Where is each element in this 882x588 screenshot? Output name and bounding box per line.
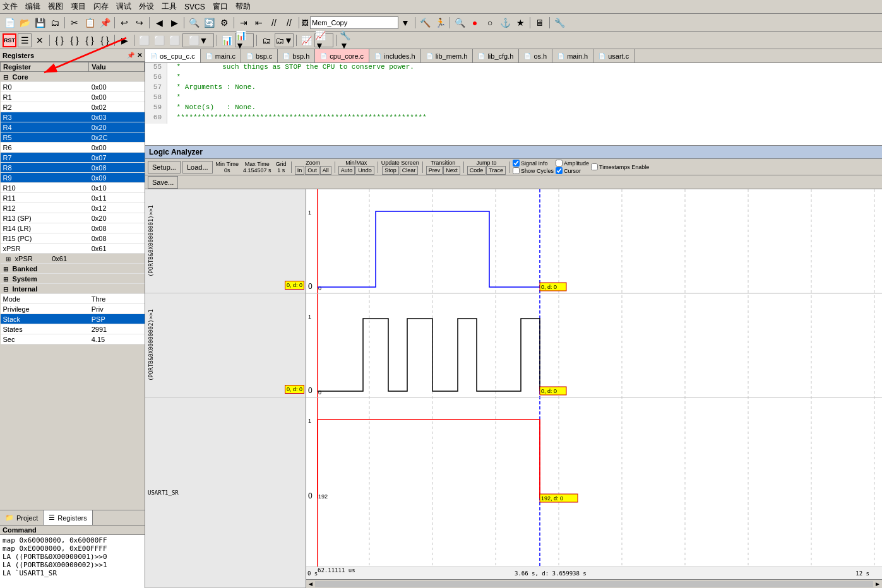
view-dropdown1[interactable]: 📊▼	[235, 33, 254, 47]
signal-info-checkbox[interactable]	[513, 160, 520, 167]
trace-btn[interactable]: Trace	[486, 166, 506, 175]
stop-btn[interactable]: Stop	[382, 166, 399, 175]
save-button[interactable]: 💾	[33, 16, 47, 30]
show-cycles-checkbox[interactable]	[513, 167, 520, 174]
register-row[interactable]: StackPSP	[1, 314, 145, 324]
settings-button[interactable]: ⚙	[217, 16, 231, 30]
register-row[interactable]: R13 (SP)0x20	[1, 213, 145, 223]
la-dropdown[interactable]: 📈▼	[314, 33, 333, 47]
file-tab[interactable]: 📄bsp.c	[241, 49, 278, 63]
code-editor[interactable]: 55 * such things as STOP the CPU to cons…	[145, 63, 882, 145]
la-setup-btn[interactable]: Setup...	[148, 161, 181, 173]
file-tab[interactable]: 📄os_cpu_c.c	[145, 49, 201, 63]
register-row[interactable]: R00x00	[1, 82, 145, 92]
undo-button[interactable]: ↩	[117, 16, 131, 30]
star-button[interactable]: ★	[513, 16, 527, 30]
file-tab[interactable]: 📄includes.h	[369, 49, 421, 63]
register-row[interactable]: R80x08	[1, 163, 145, 173]
register-row[interactable]: R20x02	[1, 102, 145, 112]
back-button[interactable]: ◀	[152, 16, 166, 30]
tab-registers[interactable]: ☰ Registers	[44, 510, 92, 525]
find-button[interactable]: 🔍	[187, 16, 201, 30]
register-row[interactable]: States2991	[1, 324, 145, 334]
file-tab[interactable]: 📄main.h	[552, 49, 593, 63]
menu-item-flash[interactable]: 闪存	[93, 1, 109, 12]
menu-item-edit[interactable]: 编辑	[25, 1, 40, 12]
menu-item-project[interactable]: 项目	[71, 1, 86, 12]
view-btn1[interactable]: 📊	[220, 33, 234, 47]
replace-button[interactable]: 🔄	[202, 16, 216, 30]
run-button[interactable]: 🏃	[433, 16, 447, 30]
comment-button[interactable]: //	[267, 16, 281, 30]
menu-item-svcs[interactable]: SVCS	[184, 3, 205, 11]
tab-project[interactable]: 📁 Project	[0, 510, 44, 525]
register-row[interactable]: R100x10	[1, 183, 145, 193]
open-button[interactable]: 📂	[18, 16, 32, 30]
la-scrollbar[interactable]: ◄ ►	[306, 579, 882, 588]
menu-item-peripheral[interactable]: 外设	[139, 1, 154, 12]
zoom-all-btn[interactable]: All	[320, 166, 331, 175]
register-row[interactable]: R30x03	[1, 112, 145, 122]
register-row[interactable]: R50x2C	[1, 132, 145, 143]
run-to-button[interactable]: ▶	[117, 33, 131, 47]
zoom-out-btn[interactable]: Out	[305, 166, 319, 175]
register-row[interactable]: R60x00	[1, 143, 145, 153]
register-row[interactable]: ModeThre	[1, 294, 145, 304]
menu-item-file[interactable]: 文件	[3, 1, 18, 12]
file-tab[interactable]: 📄cpu_core.c	[315, 49, 369, 63]
menu-item-debug[interactable]: 调试	[116, 1, 131, 12]
wrench-button[interactable]: 🔧	[552, 16, 566, 30]
mem-btn[interactable]: 🗂	[259, 33, 273, 47]
register-row[interactable]: R10x00	[1, 92, 145, 102]
build-button[interactable]: 🔨	[418, 16, 432, 30]
file-tab[interactable]: 📄usart.c	[593, 49, 635, 63]
timestamps-checkbox[interactable]	[591, 163, 598, 170]
copy-button[interactable]: 📋	[83, 16, 97, 30]
register-row[interactable]: R40x20	[1, 122, 145, 132]
step-instr-button[interactable]: { }	[98, 33, 112, 47]
scroll-right-arrow[interactable]: ►	[874, 580, 881, 587]
register-row[interactable]: xPSR0x61	[1, 244, 145, 254]
register-row[interactable]: Sec4.15	[1, 334, 145, 344]
forward-button[interactable]: ▶	[167, 16, 181, 30]
mem-dropdown[interactable]: 🗂▼	[275, 33, 294, 47]
step-over-button[interactable]: { }	[52, 33, 66, 47]
plugin-btn[interactable]: 🔧▼	[339, 33, 353, 47]
file-tab[interactable]: 📄lib_mem.h	[421, 49, 474, 63]
rst-button[interactable]: RST	[3, 33, 16, 47]
screen-button[interactable]: 🖥	[533, 16, 547, 30]
unindent-button[interactable]: ⇤	[252, 16, 266, 30]
register-row[interactable]: R15 (PC)0x08	[1, 233, 145, 244]
save-all-button[interactable]: 🗂	[48, 16, 62, 30]
amplitude-checkbox[interactable]	[556, 160, 563, 167]
code-btn[interactable]: Code	[467, 166, 486, 175]
bp-btn1[interactable]: ⬜	[137, 33, 151, 47]
uncomment-button[interactable]: //	[282, 16, 296, 30]
waveform-display[interactable]: 0 0, d: 0 1 0 1 0 0	[306, 189, 882, 588]
scroll-thumb[interactable]	[315, 581, 873, 587]
file-tab[interactable]: 📄main.c	[201, 49, 241, 63]
undo-btn[interactable]: Undo	[355, 166, 374, 175]
register-row[interactable]: R70x07	[1, 153, 145, 163]
cut-button[interactable]: ✂	[68, 16, 81, 30]
register-row[interactable]: R120x12	[1, 203, 145, 213]
register-row[interactable]: PrivilegePriv	[1, 304, 145, 314]
menu-item-window[interactable]: 窗口	[213, 1, 228, 12]
register-row[interactable]: R90x09	[1, 173, 145, 183]
step-into-button[interactable]: { }	[68, 33, 81, 47]
redo-button[interactable]: ↪	[133, 16, 146, 30]
anchor-button[interactable]: ⚓	[498, 16, 512, 30]
next-btn[interactable]: Next	[443, 166, 460, 175]
bp-btn2[interactable]: ⬜	[152, 33, 166, 47]
menu-item-tools[interactable]: 工具	[162, 1, 177, 12]
register-btn[interactable]: ☰	[18, 33, 32, 47]
file-tab[interactable]: 📄os.h	[519, 49, 552, 63]
new-button[interactable]: 📄	[3, 16, 16, 30]
bp-btn3[interactable]: ⬜	[167, 33, 181, 47]
scroll-left-arrow[interactable]: ◄	[307, 580, 314, 587]
cursor-checkbox[interactable]	[556, 167, 563, 174]
file-tab[interactable]: 📄bsp.h	[278, 49, 315, 63]
menu-item-view[interactable]: 视图	[48, 1, 63, 12]
circle-button[interactable]: ○	[483, 16, 497, 30]
zoom-in-btn[interactable]: In	[295, 166, 305, 175]
